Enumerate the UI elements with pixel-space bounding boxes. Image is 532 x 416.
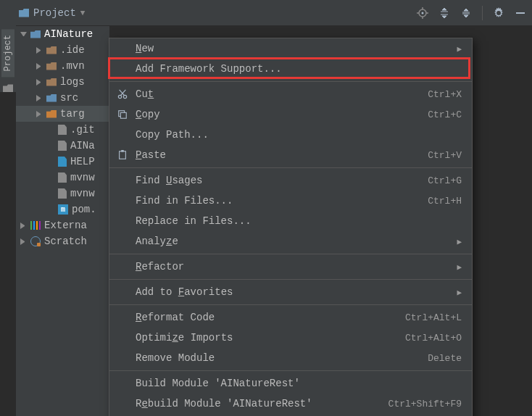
minimize-icon[interactable]	[515, 7, 526, 19]
svg-point-8	[123, 95, 126, 98]
svg-rect-12	[121, 150, 124, 152]
chevron-right-icon[interactable]	[36, 79, 43, 86]
blank-icon	[117, 398, 128, 409]
tree-label: logs	[60, 76, 85, 88]
tree-item[interactable]: .git	[16, 122, 109, 138]
svg-point-1	[422, 12, 424, 14]
chevron-down-icon[interactable]	[20, 32, 27, 38]
menu-item[interactable]: CutCtrl+X	[109, 84, 472, 104]
expand-all-icon[interactable]	[439, 7, 450, 19]
menu-label: Cut	[136, 88, 420, 100]
svg-rect-11	[120, 151, 126, 159]
blank-icon	[117, 378, 128, 389]
menu-item[interactable]: Rebuild Module 'AINatureRest'Ctrl+Shift+…	[109, 394, 472, 414]
tree-item[interactable]: targ	[16, 106, 109, 122]
menu-label: Reformat Code	[136, 312, 398, 323]
menu-item[interactable]: Analyze▶	[109, 231, 472, 251]
tree-item[interactable]: .ide	[16, 42, 109, 58]
file-icon	[58, 141, 67, 151]
chevron-right-icon[interactable]	[20, 238, 27, 245]
tree-label: mvnw	[70, 172, 95, 183]
menu-item[interactable]: Reformat CodeCtrl+Alt+L	[109, 307, 472, 328]
chevron-down-icon: ▼	[80, 9, 86, 17]
menu-label: Analyze	[136, 236, 449, 247]
menu-item[interactable]: Replace in Files...	[109, 211, 472, 231]
project-view-selector[interactable]: Project ▼	[19, 7, 85, 19]
menu-item[interactable]: Optimize ImportsCtrl+Alt+O	[109, 328, 472, 348]
menu-item[interactable]: Add Framework Support...	[109, 59, 472, 79]
menu-item[interactable]: New▶	[109, 38, 472, 59]
blank-icon	[117, 215, 128, 227]
menu-item[interactable]: Find in Files...Ctrl+H	[109, 191, 472, 211]
menu-item[interactable]: Copy Path...	[109, 125, 472, 145]
tree-label: pom.	[72, 204, 96, 215]
tree-root[interactable]: AINature	[16, 26, 109, 42]
menu-item[interactable]: PasteCtrl+V	[109, 145, 472, 165]
folder-icon	[46, 110, 57, 118]
menu-label: Add to Favorites	[136, 286, 449, 298]
menu-separator	[109, 167, 472, 168]
tree-label: .ide	[60, 44, 85, 56]
submenu-arrow-icon: ▶	[457, 262, 462, 272]
menu-item[interactable]: Refactor▶	[109, 257, 472, 277]
tree-item[interactable]: src	[16, 90, 109, 106]
tree-item[interactable]: mvnw	[16, 186, 109, 201]
tree-item[interactable]: .mvn	[16, 58, 109, 74]
menu-item[interactable]: Find UsagesCtrl+G	[109, 170, 472, 191]
menu-shortcut: Ctrl+Alt+O	[405, 333, 462, 344]
blank-icon	[117, 195, 128, 207]
project-tab[interactable]: Project	[1, 29, 14, 77]
folder-icon	[19, 9, 29, 17]
tree-item[interactable]: logs	[16, 74, 109, 90]
libraries-icon	[30, 221, 41, 230]
tree-item[interactable]: mpom.	[16, 201, 109, 217]
menu-shortcut: Ctrl+H	[428, 196, 462, 207]
blank-icon	[117, 129, 128, 141]
menu-item[interactable]: Add to Favorites▶	[109, 282, 472, 302]
chevron-right-icon[interactable]	[20, 222, 27, 229]
collapse-all-icon[interactable]	[460, 7, 472, 19]
tree-item[interactable]: mvnw	[16, 170, 109, 186]
menu-label: Find Usages	[136, 175, 420, 186]
tree-label: Scratch	[44, 236, 87, 247]
folder-icon	[46, 62, 57, 70]
project-toolbar: Project ▼	[0, 0, 532, 26]
menu-label: Copy	[136, 109, 420, 120]
menu-item[interactable]: CopyCtrl+C	[109, 104, 472, 125]
left-gutter: Project	[0, 14, 16, 92]
menu-item[interactable]: Build Module 'AINatureRest'	[109, 373, 472, 394]
tree-label: HELP	[70, 156, 95, 167]
chevron-right-icon[interactable]	[36, 63, 43, 70]
scratches[interactable]: Scratch	[16, 233, 109, 249]
menu-separator	[109, 81, 472, 82]
menu-separator	[109, 370, 472, 371]
tree-item[interactable]: AINa	[16, 138, 109, 154]
svg-rect-10	[120, 112, 126, 118]
menu-shortcut: Ctrl+V	[428, 150, 462, 161]
gear-icon[interactable]	[493, 7, 504, 19]
external-libraries[interactable]: Externa	[16, 217, 109, 233]
tree-label: AINature	[44, 28, 93, 40]
menu-label: Copy Path...	[136, 129, 462, 141]
blank-icon	[117, 312, 128, 323]
file-icon	[58, 125, 67, 135]
chevron-right-icon[interactable]	[36, 111, 43, 117]
blank-icon	[117, 352, 128, 364]
blank-icon	[117, 261, 128, 273]
blank-icon	[117, 63, 128, 75]
submenu-arrow-icon: ▶	[457, 237, 462, 246]
chevron-right-icon[interactable]	[36, 47, 43, 54]
structure-icon[interactable]	[3, 84, 13, 92]
menu-label: Optimize Imports	[136, 332, 398, 344]
folder-icon	[46, 46, 57, 54]
tree-item[interactable]: HELP	[16, 154, 109, 170]
menu-label: Refactor	[136, 261, 449, 273]
chevron-right-icon[interactable]	[36, 95, 43, 101]
file-icon: m	[58, 204, 68, 215]
menu-shortcut: Ctrl+X	[428, 89, 462, 100]
tree-label: src	[60, 92, 78, 104]
menu-item[interactable]: Remove ModuleDelete	[109, 348, 472, 368]
svg-point-7	[118, 95, 121, 98]
scratches-icon	[30, 236, 41, 246]
locate-icon[interactable]	[417, 7, 428, 19]
